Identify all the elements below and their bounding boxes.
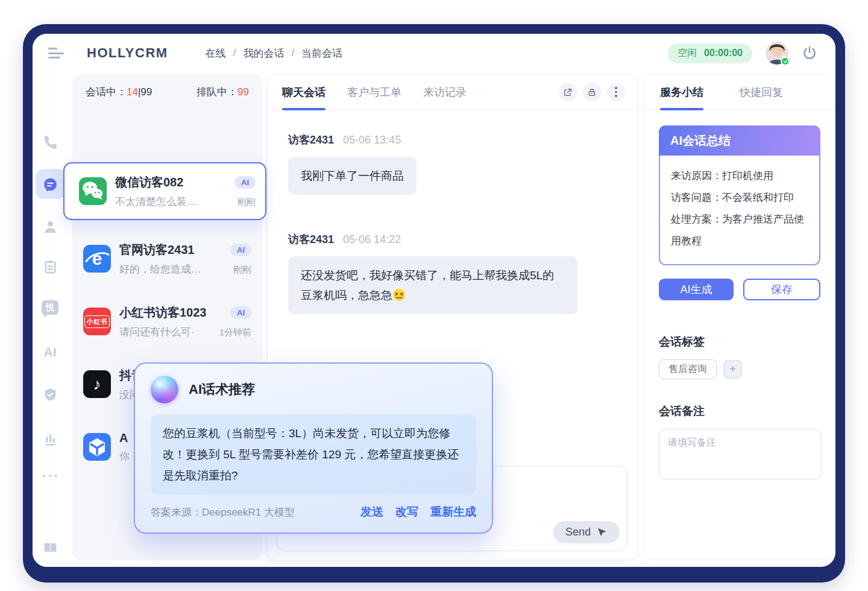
message-text: 我刚下单了一件商品 xyxy=(301,169,404,182)
douyin-icon: ♪ xyxy=(83,370,111,398)
tab-customer-workorder[interactable]: 客户与工单 xyxy=(347,75,401,110)
ai-orb-icon xyxy=(151,376,178,403)
tab-visit-history[interactable]: 来访记录 xyxy=(423,75,467,110)
confounded-face-emoji xyxy=(392,288,406,302)
conversation-preview: 请问还有什么可· xyxy=(119,325,195,339)
message-text: 还没发货吧，我好像买错了，能马上帮我换成5L的豆浆机吗，急急急 xyxy=(301,269,554,302)
tags-row: 售后咨询 + xyxy=(659,359,820,379)
yue-app-icon[interactable]: 悦 xyxy=(33,293,68,322)
ai-badge: AI xyxy=(230,244,251,256)
device-frame: HOLLYCRM 在线 / 我的会话 / 当前会话 空闲 00:00:00 xyxy=(23,24,845,583)
xiaohongshu-icon: 小红书 xyxy=(83,308,111,335)
service-summary-panel: 服务小结 快捷回复 AI会话总结 来访原因：打印机使用 访客问题：不会装纸和打印… xyxy=(644,74,835,560)
online-check-icon xyxy=(781,57,790,66)
plus-icon: + xyxy=(729,363,736,376)
rewrite-button[interactable]: 改写 xyxy=(395,504,418,520)
conversation-preview: 好的，给您造成… xyxy=(119,262,201,276)
brand-logo: HOLLYCRM xyxy=(87,45,168,61)
summary-line-solution: 处理方案：为客户推送产品使用教程 xyxy=(671,209,808,252)
cube-app-icon xyxy=(83,433,111,461)
more-icon[interactable] xyxy=(33,461,68,490)
ai-summary-card: AI会话总结 来访原因：打印机使用 访客问题：不会装纸和打印 处理方案：为客户推… xyxy=(659,125,820,265)
breadcrumb: 在线 / 我的会话 / 当前会话 xyxy=(206,46,342,60)
export-icon[interactable] xyxy=(559,83,577,101)
menu-icon[interactable] xyxy=(48,48,64,58)
ai-badge: AI xyxy=(234,176,256,189)
ai-summary-title: AI会话总结 xyxy=(659,125,820,156)
message-timestamp: 05-06 13:45 xyxy=(343,134,401,146)
panel-tabs-bar: 服务小结 快捷回复 xyxy=(644,75,835,110)
active-label: 会话中： xyxy=(86,86,127,98)
breadcrumb-item-my-sessions[interactable]: 我的会话 xyxy=(243,46,284,60)
breadcrumb-separator: / xyxy=(233,47,236,59)
kebab-menu-icon[interactable] xyxy=(607,83,625,101)
phone-icon[interactable] xyxy=(33,128,68,157)
shield-check-icon[interactable] xyxy=(33,380,68,409)
clipboard-icon[interactable] xyxy=(33,252,68,281)
chat-tabs-bar: 聊天会话 客户与工单 来访记录 xyxy=(268,75,637,110)
conversation-title: A xyxy=(119,431,128,445)
tab-service-summary[interactable]: 服务小结 xyxy=(660,75,703,110)
conversation-preview: 你 xyxy=(119,449,130,463)
message-sender: 访客2431 xyxy=(288,134,334,146)
bar-chart-icon[interactable] xyxy=(33,425,68,454)
message-bubble: 我刚下单了一件商品 xyxy=(288,157,417,195)
message-bubble: 还没发货吧，我好像买错了，能马上帮我换成5L的豆浆机吗，急急急 xyxy=(288,256,577,314)
conversation-item-wechat[interactable]: 微信访客082 AI 不太清楚怎么装… 刚刚 xyxy=(63,162,266,220)
breadcrumb-item-current-session[interactable]: 当前会话 xyxy=(301,46,342,60)
knowledge-book-icon[interactable] xyxy=(33,533,68,562)
wechat-icon xyxy=(79,177,107,205)
regenerate-button[interactable]: 重新生成 xyxy=(430,504,476,520)
music-note-glyph: ♪ xyxy=(93,375,101,394)
tab-chat-session[interactable]: 聊天会话 xyxy=(282,75,326,110)
tab-quick-replies[interactable]: 快捷回复 xyxy=(740,75,783,110)
message-timestamp: 05-06 14:22 xyxy=(343,233,401,245)
ai-summary-body: 来访原因：打印机使用 访客问题：不会装纸和打印 处理方案：为客户推送产品使用教程 xyxy=(659,156,820,265)
ai-suggestion-popup: AI话术推荐 您的豆浆机（当前型号：3L）尚未发货，可以立即为您修改！更换到 5… xyxy=(134,362,493,534)
send-label: Send xyxy=(565,526,591,539)
power-icon[interactable] xyxy=(802,45,817,61)
send-arrow-icon xyxy=(596,526,608,538)
conversation-time: 刚刚 xyxy=(237,197,256,208)
summary-line-problem: 访客问题：不会装纸和打印 xyxy=(671,187,808,209)
ai-tools-icon[interactable]: AI xyxy=(33,338,68,367)
queue-count: 排队中：99 xyxy=(197,85,249,99)
icon-rail: 悦 AI xyxy=(33,72,68,567)
message-area: 访客2431 05-06 13:45 我刚下单了一件商品 访客2431 05-0… xyxy=(268,110,637,329)
popup-suggestion-text: 您的豆浆机（当前型号：3L）尚未发货，可以立即为您修改！更换到 5L 型号需要补… xyxy=(151,414,476,495)
conversation-item-xiaohongshu[interactable]: 小红书 小红书访客1023 AI 请问还有什么可· 1分钟前 xyxy=(72,299,262,344)
lock-icon[interactable] xyxy=(583,83,601,101)
tag-after-sales[interactable]: 售后咨询 xyxy=(659,359,717,379)
status-label: 空闲 xyxy=(678,47,697,60)
popup-source: 答案来源：DeepseekR1 大模型 xyxy=(151,505,295,519)
tags-heading: 会话标签 xyxy=(659,334,820,350)
ai-label: AI xyxy=(44,345,57,359)
send-suggestion-button[interactable]: 发送 xyxy=(360,504,383,520)
xiaohongshu-label: 小红书 xyxy=(84,315,110,328)
contacts-icon[interactable] xyxy=(33,212,68,241)
queue-label: 排队中： xyxy=(197,86,237,98)
conversation-title: 微信访客082 xyxy=(115,174,183,191)
breadcrumb-item-online[interactable]: 在线 xyxy=(206,46,226,60)
send-button[interactable]: Send xyxy=(553,521,620,543)
avatar[interactable] xyxy=(766,42,788,65)
conversation-item-web[interactable]: e 官网访客2431 AI 好的，给您造成… 刚刚 xyxy=(72,236,262,282)
save-button[interactable]: 保存 xyxy=(743,279,820,300)
active-count: 会话中：14|99 xyxy=(86,85,152,99)
ai-generate-button[interactable]: AI生成 xyxy=(659,279,734,300)
conversation-time: 刚刚 xyxy=(233,264,251,276)
breadcrumb-separator: / xyxy=(291,47,294,59)
message-sender: 访客2431 xyxy=(288,233,334,245)
agent-status-pill[interactable]: 空闲 00:00:00 xyxy=(668,43,752,63)
status-timer: 00:00:00 xyxy=(704,48,743,58)
notes-textarea[interactable] xyxy=(659,429,822,479)
add-tag-button[interactable]: + xyxy=(723,360,742,379)
notes-heading: 会话备注 xyxy=(659,403,820,419)
app-canvas: HOLLYCRM 在线 / 我的会话 / 当前会话 空闲 00:00:00 xyxy=(33,34,835,567)
chat-icon-active[interactable] xyxy=(33,170,68,199)
popup-actions: 发送 改写 重新生成 xyxy=(360,504,476,520)
page-background: HOLLYCRM 在线 / 我的会话 / 当前会话 空闲 00:00:00 xyxy=(0,0,868,591)
svg-text:e: e xyxy=(92,248,102,268)
summary-line-reason: 来访原因：打印机使用 xyxy=(671,165,808,187)
message-meta: 访客2431 05-06 13:45 xyxy=(288,133,617,147)
